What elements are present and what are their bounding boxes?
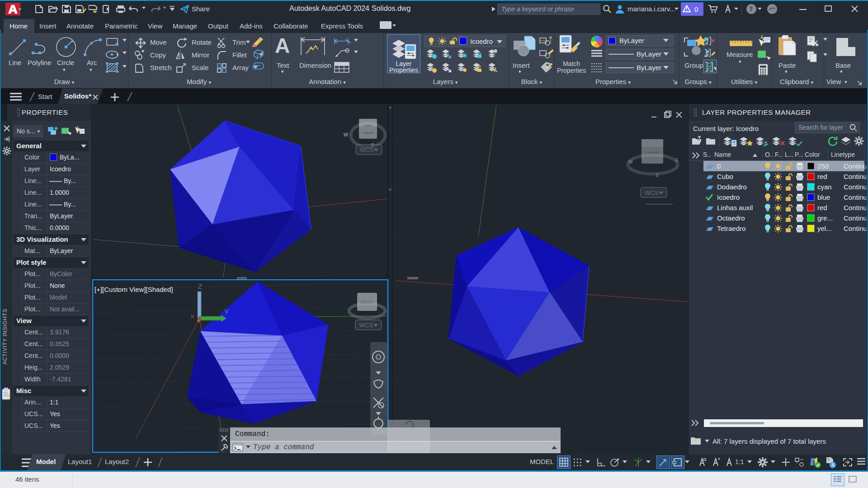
svg-text:Continu...: Continu...: [844, 173, 866, 180]
svg-text:W: W: [628, 160, 633, 164]
svg-text:X: X: [190, 313, 194, 320]
svg-text:WCS: WCS: [645, 189, 659, 196]
svg-text:Continu...: Continu...: [844, 183, 866, 191]
svg-text:0: 0: [717, 162, 721, 170]
svg-text:Cubo: Cubo: [717, 173, 733, 180]
svg-text:Continu...: Continu...: [844, 193, 866, 201]
svg-text:Continu...: Continu...: [844, 162, 866, 170]
svg-text:Z: Z: [198, 282, 202, 290]
svg-text:gre...: gre...: [817, 214, 833, 222]
svg-text:red: red: [817, 204, 827, 211]
svg-text:Tetraedro: Tetraedro: [717, 225, 745, 232]
svg-text:Continu...: Continu...: [844, 204, 866, 211]
svg-text:TOP: TOP: [364, 124, 372, 128]
svg-text:Continu...: Continu...: [844, 214, 866, 222]
svg-text:E: E: [675, 158, 679, 163]
svg-text:blue: blue: [817, 193, 830, 201]
svg-text:FRONT: FRONT: [363, 131, 375, 135]
svg-text:250: 250: [817, 162, 829, 170]
svg-text:W: W: [344, 132, 349, 137]
svg-text:+: +: [389, 105, 392, 110]
svg-text:Dodaedro: Dodaedro: [717, 183, 747, 191]
svg-text:?: ?: [750, 6, 753, 13]
svg-text:S: S: [656, 173, 659, 178]
svg-text:FRONT: FRONT: [646, 151, 660, 155]
svg-text:Icoedro: Icoedro: [717, 193, 740, 201]
svg-text:WCS: WCS: [360, 146, 374, 153]
svg-text:Y: Y: [224, 308, 229, 315]
svg-text:0: 0: [694, 5, 698, 13]
svg-text:[+][Custom View][Shaded]: [+][Custom View][Shaded]: [94, 286, 173, 293]
svg-text:Octaedro: Octaedro: [717, 214, 745, 222]
svg-text:WCS: WCS: [359, 322, 373, 328]
svg-text:yel...: yel...: [817, 225, 832, 232]
svg-text:RIGHT: RIGHT: [361, 300, 374, 305]
svg-text:Continu...: Continu...: [844, 225, 866, 232]
svg-text:Linhas auxil: Linhas auxil: [717, 204, 753, 211]
svg-text:red: red: [817, 173, 827, 180]
svg-text:cyan: cyan: [817, 183, 832, 191]
